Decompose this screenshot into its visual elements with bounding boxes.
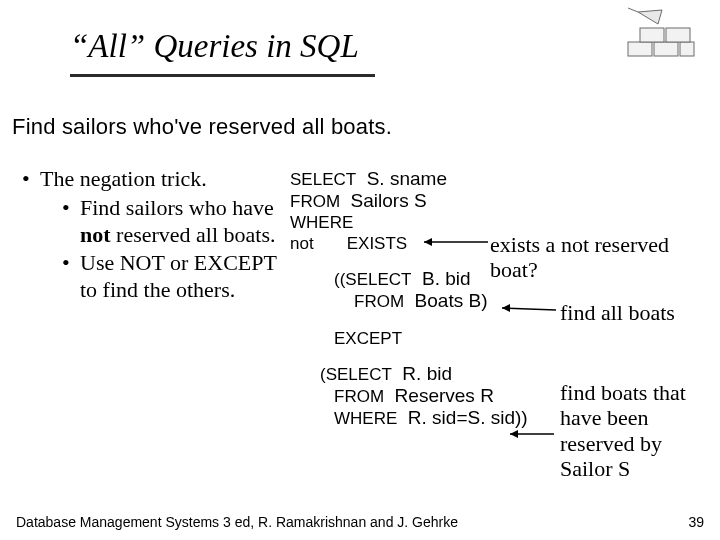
bullet-1: The negation trick. bbox=[40, 166, 207, 191]
bullet-1a: Find sailors who have not reserved all b… bbox=[62, 195, 282, 249]
bullet-1a-pre: Find sailors who have bbox=[80, 195, 274, 220]
svg-rect-0 bbox=[628, 42, 652, 56]
slide-subtitle: Find sailors who've reserved all boats. bbox=[12, 114, 392, 140]
annotation-exists: exists a not reserved boat? bbox=[490, 232, 720, 283]
paren-open: (( bbox=[334, 270, 345, 289]
svg-line-5 bbox=[628, 8, 638, 12]
svg-rect-2 bbox=[680, 42, 694, 56]
kw-select-3: SELECT bbox=[326, 365, 392, 384]
arg-boats: Boats B) bbox=[404, 290, 487, 311]
sql-line-2: FROM Sailors S bbox=[290, 190, 528, 212]
svg-rect-4 bbox=[666, 28, 690, 42]
sql-subquery-2: (SELECT R. bid FROM Reserves R WHERE R. … bbox=[320, 363, 528, 429]
kw-select: SELECT bbox=[290, 170, 356, 189]
title-underline bbox=[70, 74, 375, 77]
arg-sname: S. sname bbox=[356, 168, 447, 189]
annotation-all-boats: find all boats bbox=[560, 300, 675, 325]
kw-from-3: FROM bbox=[334, 387, 384, 406]
slide: “All” Queries in SQL Find sailors who've… bbox=[0, 0, 720, 540]
sql-line-9: FROM Reserves R bbox=[334, 385, 528, 407]
kw-from-2: FROM bbox=[354, 292, 404, 311]
arg-bbid: B. bid bbox=[411, 268, 470, 289]
bullet-1b: Use NOT or EXCEPT to find the others. bbox=[62, 250, 282, 304]
sql-line-1: SELECT S. sname bbox=[290, 168, 528, 190]
brick-trowel-icon bbox=[618, 6, 702, 66]
sql-line-10: WHERE R. sid=S. sid)) bbox=[334, 407, 528, 429]
svg-rect-1 bbox=[654, 42, 678, 56]
sql-line-3: WHERE bbox=[290, 212, 528, 233]
sql-code: SELECT S. sname FROM Sailors S WHERE not… bbox=[290, 168, 528, 429]
kw-select-2: SELECT bbox=[345, 270, 411, 289]
arg-sid: R. sid=S. sid)) bbox=[397, 407, 527, 428]
sql-line-7: EXCEPT bbox=[334, 328, 528, 349]
bullet-1a-post: reserved all boats. bbox=[111, 222, 276, 247]
sql-line-6: FROM Boats B) bbox=[354, 290, 528, 312]
kw-exists: EXISTS bbox=[347, 234, 407, 253]
arg-rbid: R. bid bbox=[392, 363, 452, 384]
kw-where: WHERE bbox=[290, 213, 353, 232]
kw-except: EXCEPT bbox=[334, 329, 402, 348]
footer-text: Database Management Systems 3 ed, R. Ram… bbox=[16, 514, 458, 530]
kw-from: FROM bbox=[290, 192, 340, 211]
bullet-list: The negation trick. Find sailors who hav… bbox=[22, 166, 282, 304]
bullet-1a-bold: not bbox=[80, 222, 111, 247]
annotation-reserved-boats: find boats that have been reserved by Sa… bbox=[560, 380, 710, 481]
kw-not: not bbox=[290, 234, 347, 253]
page-number: 39 bbox=[688, 514, 704, 530]
sql-line-8: (SELECT R. bid bbox=[320, 363, 528, 385]
svg-marker-11 bbox=[510, 430, 518, 438]
svg-rect-3 bbox=[640, 28, 664, 42]
kw-where-2: WHERE bbox=[334, 409, 397, 428]
sql-except: EXCEPT bbox=[334, 328, 528, 349]
arg-sailors: Sailors S bbox=[340, 190, 427, 211]
arg-reserves: Reserves R bbox=[384, 385, 494, 406]
slide-title: “All” Queries in SQL bbox=[70, 28, 359, 65]
